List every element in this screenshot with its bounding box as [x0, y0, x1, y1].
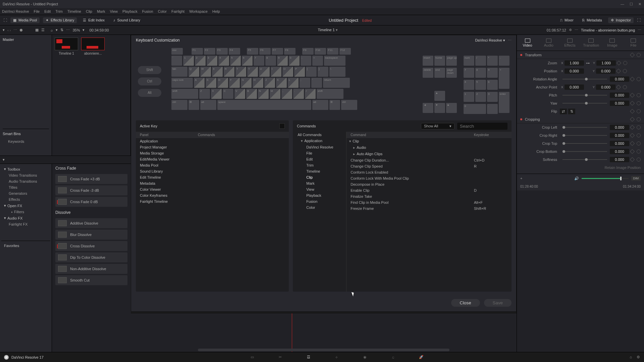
key-f6[interactable]: F6 [259, 48, 271, 55]
key-e[interactable]: E [212, 67, 223, 77]
fx-item[interactable]: Smooth Cut [55, 275, 127, 285]
key-g[interactable]: G [241, 78, 252, 88]
reset-icon[interactable] [637, 158, 641, 162]
key-np7[interactable]: 7 [464, 68, 474, 78]
key-f4[interactable]: F4 [229, 48, 240, 55]
key-period[interactable]: . [293, 89, 304, 99]
shortcut-row[interactable]: Decompose in Place [346, 181, 512, 187]
croptop-field[interactable] [610, 141, 629, 146]
key-f1[interactable]: F1 [192, 48, 203, 55]
tree-item[interactable]: Playback [293, 192, 346, 198]
key-backspace[interactable]: backspace [324, 56, 345, 66]
fairlightfx-item[interactable]: Fairlight FX [1, 221, 50, 227]
tree-item[interactable]: Color [293, 204, 346, 210]
key-pgdn[interactable]: page down [446, 68, 457, 78]
settings-icon[interactable]: ⚙ [637, 355, 640, 359]
key-f3[interactable]: F3 [216, 48, 228, 55]
edit-page-tab[interactable]: ☲ [305, 355, 313, 360]
effects-library-button[interactable]: ✦ Effects Library [43, 17, 77, 23]
inspector-tab-file[interactable]: File [623, 35, 644, 51]
smartbins-keywords[interactable]: Keywords [3, 138, 49, 144]
key-np3[interactable]: 3 [487, 92, 498, 102]
key-pgup[interactable]: page up [446, 56, 457, 66]
zoom-x-field[interactable] [565, 60, 584, 66]
key-np6[interactable]: 6 [487, 80, 498, 90]
yaw-slider[interactable] [562, 103, 607, 104]
dropdown-icon[interactable]: ▾ [3, 158, 5, 162]
pos-y-field[interactable] [596, 68, 615, 74]
zoom-y-field[interactable] [596, 60, 616, 66]
search-input[interactable] [457, 123, 507, 130]
fx-item[interactable]: Dip To Color Dissolve [55, 252, 127, 262]
chevron-down-icon[interactable]: ▾ [83, 28, 85, 32]
panel-row[interactable]: Color Viewer [136, 186, 289, 192]
key-np8[interactable]: 8 [475, 68, 486, 78]
dim-button[interactable]: DIM [631, 176, 641, 181]
key-npdiv[interactable]: / [475, 56, 486, 66]
panel-row[interactable]: Application [136, 138, 289, 144]
key-f5[interactable]: F5 [247, 48, 258, 55]
key-ralt[interactable]: alt [312, 100, 328, 110]
fx-item[interactable]: Non-Additive Dissolve [55, 264, 127, 274]
menu-item[interactable]: Color [158, 9, 167, 13]
chevron-down-icon[interactable]: ▾ [336, 28, 338, 32]
key-lctrl[interactable]: ctrl [171, 100, 187, 110]
key-4[interactable]: 4 [218, 56, 229, 66]
tree-item[interactable]: Fusion [293, 198, 346, 204]
key-f[interactable]: F [229, 78, 240, 88]
key-3[interactable]: 3 [207, 56, 217, 66]
menu-item[interactable]: Playback [122, 9, 138, 13]
sort-icon[interactable]: ⇅ [60, 28, 63, 32]
add-marker-icon[interactable]: + [520, 176, 522, 180]
tree-item[interactable]: View [293, 186, 346, 192]
autoalign-group[interactable]: ▸Auto Align Clips [346, 151, 512, 157]
key-home[interactable]: home [434, 56, 445, 66]
cropleft-field[interactable] [610, 125, 629, 130]
openfx-item[interactable]: ▾Open FX [1, 202, 50, 209]
key-f11[interactable]: F11 [327, 48, 338, 55]
key-npminus[interactable]: - [499, 56, 509, 66]
key-esc[interactable]: esc [171, 48, 183, 55]
reset-icon[interactable] [623, 61, 627, 65]
softness-field[interactable] [610, 157, 629, 162]
key-np0[interactable]: 0 [464, 104, 486, 114]
reset-icon[interactable] [637, 93, 641, 97]
shift-modifier[interactable]: Shift [138, 66, 161, 74]
close-button[interactable]: Close [451, 299, 480, 307]
menu-item[interactable]: Mark [97, 9, 105, 13]
keyframe-icon[interactable] [630, 157, 635, 162]
save-button[interactable]: Save [484, 299, 512, 307]
metadata-button[interactable]: ⎘ Metadata [580, 17, 605, 23]
gear-icon[interactable]: ✲ [569, 28, 572, 32]
key-8[interactable]: 8 [265, 56, 276, 66]
media-page-tab[interactable]: ▭ [248, 355, 256, 360]
cropright-field[interactable] [610, 133, 629, 138]
tree-item[interactable]: Mark [293, 180, 346, 186]
fx-item[interactable]: Cross Fade -3 dB [55, 185, 127, 195]
key-semicolon[interactable]: ; [300, 78, 310, 88]
menu-item[interactable]: File [34, 9, 40, 13]
panel-row[interactable]: Metadata [136, 180, 289, 186]
key-i[interactable]: I [271, 67, 281, 77]
key-l[interactable]: L [288, 78, 299, 88]
enable-dot[interactable] [520, 118, 522, 120]
croptop-slider[interactable] [562, 143, 607, 144]
menu-item[interactable]: DaVinci Resolve [2, 9, 29, 13]
key-j[interactable]: J [264, 78, 275, 88]
reset-icon[interactable] [637, 53, 641, 57]
key-up[interactable]: ▲ [434, 91, 445, 101]
panel-row[interactable]: Edit Timeline [136, 174, 289, 180]
tree-all-commands[interactable]: All Commands [293, 132, 346, 138]
key-f7[interactable]: F7 [272, 48, 283, 55]
key-1[interactable]: 1 [183, 56, 194, 66]
transform-header[interactable]: Transform [517, 51, 644, 59]
key-delete[interactable]: delete [423, 68, 433, 78]
maximize-icon[interactable]: ☐ [630, 2, 633, 6]
shortcut-row[interactable]: Conform Lock Enabled [346, 169, 512, 175]
key-tab[interactable]: tab [171, 67, 187, 77]
favorites-item[interactable]: Favorites [1, 241, 50, 249]
volume-slider[interactable] [582, 178, 628, 179]
reset-icon[interactable] [637, 77, 641, 81]
key-tilde[interactable]: ` [171, 56, 182, 66]
keyframe-icon[interactable] [630, 109, 635, 114]
